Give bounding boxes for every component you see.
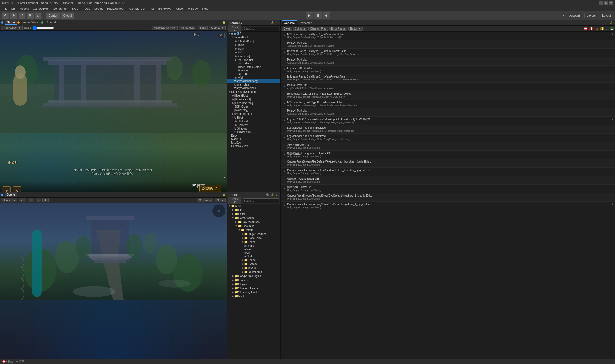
tree-item-build[interactable]: ▶ 📁 build (227, 294, 280, 298)
log-entry-9[interactable]: ℹ IsStream:True;;BuildType0;;_isMainProj… (281, 100, 615, 108)
tree-item-msgbox[interactable]: MsgBox (227, 141, 280, 144)
project-search-icon[interactable]: 🔍 (266, 193, 270, 197)
menu-ares[interactable]: Ares (147, 6, 156, 11)
project-create-btn[interactable]: Create ▼ (228, 197, 241, 204)
tab-game[interactable]: Game (5, 20, 17, 25)
tree-item-dontdestroy[interactable]: ▼ DontDestroyOnLoad 👁 (227, 90, 280, 94)
tree-item-shaderroot[interactable]: ▶ [ShaderRoot] (227, 39, 280, 43)
play-button[interactable]: ▶ (306, 12, 313, 19)
2d-btn[interactable]: 2D (19, 198, 26, 202)
hierarchy-lock-icon[interactable]: 🔒 (270, 21, 274, 25)
tree-item-rawresources[interactable]: ▶ 📁 RawResources (227, 220, 280, 224)
tree-item-launcherut[interactable]: ▶ 📁 LauncherUt (227, 270, 280, 274)
pivot-global-btn[interactable]: Global (61, 12, 74, 19)
tool-move[interactable]: ⊕ (10, 12, 17, 19)
menu-funcell[interactable]: Funcell (173, 6, 186, 11)
tree-item-scene-main[interactable]: ◈ Main (227, 248, 280, 251)
tree-item-mdle[interactable]: ▶ [mdIe] (227, 43, 280, 47)
tab-assetstore[interactable]: Asset Store (21, 20, 41, 25)
tree-item-launcher[interactable]: ▶ 📁 Launcher (227, 278, 280, 282)
menu-help[interactable]: Help (201, 6, 210, 11)
tree-item-cameras2[interactable]: ▶ Cameras (227, 123, 280, 127)
minimize-button[interactable]: — (599, 1, 603, 5)
log-entry-5[interactable]: ℹ Launcher管理器启动!! UnityEngine.Debug:Log(… (281, 66, 615, 74)
tree-item-scene-folder[interactable]: ▼ 📁 Scene (227, 240, 280, 244)
project-search-input[interactable] (243, 198, 279, 203)
tab-scene[interactable]: Scene (5, 192, 17, 197)
aspect-dropdown[interactable]: Free Aspect ▼ (1, 26, 23, 30)
tree-item-dimian-dianji[interactable]: dimian_dianji (227, 83, 280, 86)
gizmos-btn[interactable]: Gizmos ▼ (209, 26, 226, 30)
mute-audio-btn[interactable]: Mute Audio (179, 26, 196, 30)
tree-item-system[interactable]: ▶ 📁 System (227, 262, 280, 266)
tree-item-sceneroot[interactable]: ▼ SceneRoot (227, 35, 280, 39)
tree-item-part-dujie[interactable]: part_dujie (227, 72, 280, 76)
log-entry-17[interactable]: ℹ OnLoadFromStreamFile:Default/Texture/U… (281, 168, 615, 176)
pivot-center-btn[interactable]: Center (46, 12, 60, 19)
tree-item-back[interactable]: Back (227, 134, 280, 137)
log-entry-1[interactable]: ℹ IsStream:False;;BuildType0;;_isMainPro… (281, 32, 615, 40)
menu-component[interactable]: Component (51, 6, 70, 11)
tree-item-editor[interactable]: ▶ 📁 Editor (227, 212, 280, 216)
tree-item-coroutinepool[interactable]: ▶ [CoroutinePool] (227, 101, 280, 105)
scene-audio-btn[interactable]: ♪ (36, 198, 41, 202)
menu-buildapk[interactable]: BuildAPK (157, 6, 172, 11)
menu-tools[interactable]: Tools (82, 6, 92, 11)
skill-btn-2[interactable]: ⊙ (13, 186, 21, 192)
tree-item-wanyaojuanfeizou[interactable]: wanyaojuanfeizou (227, 86, 280, 90)
menu-google[interactable]: Google (92, 6, 105, 11)
tree-item-googleplayplugins[interactable]: ▶ 📁 GooglePlayPlugins (227, 274, 280, 278)
off-toggle-btn[interactable]: Off ▼ (215, 198, 226, 202)
tree-item-far[interactable]: ▶ [far] (227, 50, 280, 54)
tree-item-timeline[interactable]: [timeline] (227, 69, 280, 72)
log-entry-21[interactable]: ℹ OnLoadFromStreamFile:ImgShow/CH/Defaul… (281, 202, 615, 210)
tree-item-assets[interactable]: ▼ 📁 Assets (227, 204, 280, 208)
log-entry-18[interactable]: ℹ 创建组件:[UILauncherForm] UnityEngine.Debu… (281, 176, 615, 185)
log-entry-11[interactable]: ℹ LogFilePath:C:/Users/Administrator/App… (281, 117, 615, 125)
log-entry-13[interactable]: ℹ LogManager has been initialized. Unity… (281, 134, 615, 142)
hierarchy-search-input[interactable] (243, 27, 279, 31)
shaded-btn[interactable]: Shaded ▼ (1, 198, 17, 202)
skill-btn-1[interactable]: ⊙ (2, 186, 11, 192)
tree-item-wanyaojuanzudang[interactable]: wanyaojuanzudang (227, 79, 280, 83)
hierarchy-menu-icon[interactable]: ≡ (275, 21, 279, 25)
tree-item-uishadow[interactable]: UIShadow (227, 127, 280, 130)
log-entry-6[interactable]: ℹ IsStream:False;;BuildType0;;_isMainPro… (281, 74, 615, 83)
tree-item-part-fabao[interactable]: part_fabao (227, 62, 280, 65)
project-menu-icon[interactable]: ≡ (275, 193, 279, 197)
tree-item-near[interactable]: ▶ [near] (227, 47, 280, 50)
menu-packagetest[interactable]: PackageTest (106, 6, 126, 11)
tree-item-texture[interactable]: ▶ 📁 Texture (227, 266, 280, 270)
menu-gameobject[interactable]: GameObject (31, 6, 51, 11)
layers-button[interactable]: Layers (584, 13, 598, 18)
close-button[interactable]: ✕ (609, 1, 613, 5)
tree-item-sdkobject[interactable]: SDK_Object (227, 105, 280, 108)
tree-item-vfx[interactable]: ▶ [vfx] (227, 76, 280, 79)
project-lock-icon[interactable]: 🔒 (270, 193, 274, 197)
tree-item-programroot[interactable]: ▶ [ProgramRoot] (227, 112, 280, 116)
log-entry-2[interactable]: ℹ Print All PathList: AppDataPath:E:/tzj… (281, 40, 615, 49)
tab-console[interactable]: Console (282, 20, 297, 25)
tree-item-default[interactable]: ▼ 📁 Default (227, 228, 280, 232)
tool-rect[interactable]: □ (35, 12, 42, 19)
tree-item-shader-folder[interactable]: ▶ 📁 Shader (227, 258, 280, 262)
log-entry-12[interactable]: ℹ LogManager has been initialized. Unity… (281, 125, 615, 134)
log-entry-7[interactable]: ℹ Print All PathList: AppDataPath:E:/tzj… (281, 83, 615, 91)
continue-button[interactable]: 点击继续 (4) (199, 185, 222, 192)
log-entry-4[interactable]: ℹ Print All PathList: AppDataPath:E:/tzj… (281, 57, 615, 66)
pause-button[interactable]: ⏸ (314, 12, 322, 19)
gizmos-scene-btn[interactable]: Gizmos ▼ (197, 198, 214, 202)
log-entry-8[interactable]: ℹ Read uuid: {4111f133-832f-43a2-8125-3c… (281, 91, 615, 100)
game-corner-btn-1[interactable]: 奖 (217, 33, 225, 38)
tool-hand[interactable]: ✥ (2, 12, 9, 19)
scene-lights-btn[interactable]: ☀ (28, 198, 34, 202)
log-entry-20[interactable]: ℹ OnLoadFromStreamFile:ImgShow/CH/Defaul… (281, 193, 615, 202)
log-entry-19[interactable]: ℹ 播放视频：TimeOut:-1 UnityEngine.Debug:Log(… (281, 185, 615, 193)
tree-item-mainentry[interactable]: [MainEntry] (227, 108, 280, 112)
tree-item-uiguideform[interactable]: UIGuideForm (227, 130, 280, 134)
account-button[interactable]: Account (566, 13, 583, 18)
scale-slider[interactable] (32, 26, 54, 30)
tree-item-gameassets[interactable]: ▼ 📁 GameAssets (227, 216, 280, 220)
log-entry-3[interactable]: ℹ IsStream:False;;BuildType0;;_isMainPro… (281, 49, 615, 57)
next-arrow-icon[interactable]: › (224, 175, 226, 181)
